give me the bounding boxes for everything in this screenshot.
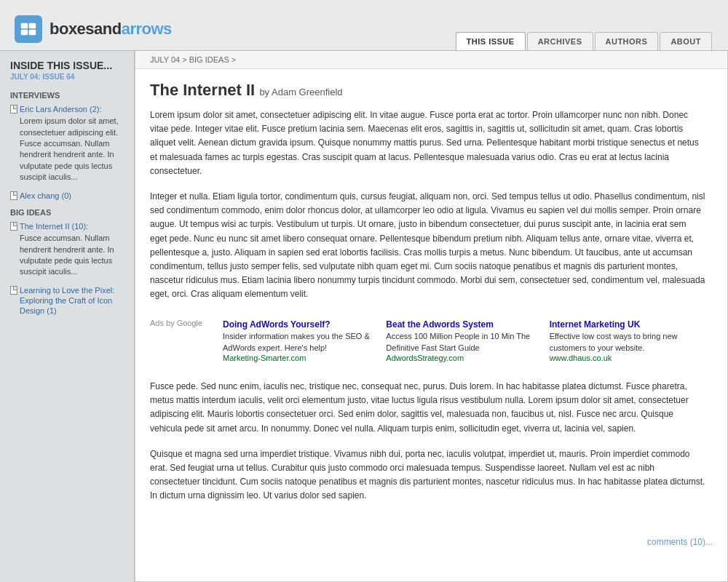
article-title: The Internet II by Adam Greenfield [150,81,705,100]
sidebar-item-eric-lars[interactable]: Eric Lars Anderson (2): [10,104,124,114]
article: The Internet II by Adam Greenfield Lorem… [135,69,727,530]
sidebar-item-eric-lars-desc: Lorem ipsum dolor sit amet, consectetuer… [20,116,124,183]
ad-url-3: www.dhaus.co.uk [550,354,698,362]
article-para-2: Integer et nulla. Etiam ligula tortor, c… [150,190,705,302]
sidebar-issue: JULY 04: ISSUE 64 [10,73,124,81]
sidebar: INSIDE THIS ISSUE... JULY 04: ISSUE 64 I… [0,51,135,582]
article-title-text: The Internet II [150,81,255,99]
ad-url-1: Marketing-Smarter.com [223,354,371,362]
sidebar-item-alex-chang[interactable]: Alex chang (0) [10,191,124,201]
svg-rect-2 [21,30,28,35]
page-icon [10,191,17,200]
sidebar-item-internet-ii[interactable]: The Internet II (10): [10,221,124,231]
content-area: JULY 04 > BIG IDEAS > The Internet II by… [135,51,728,582]
main-layout: INSIDE THIS ISSUE... JULY 04: ISSUE 64 I… [0,51,728,582]
sidebar-section-interviews: INTERVIEWS [10,91,124,100]
sidebar-item-icon-design[interactable]: Learning to Love the Pixel: Exploring th… [10,285,124,316]
header: boxesandarrows THIS ISSUE ARCHIVES AUTHO… [0,0,728,51]
breadcrumb: JULY 04 > BIG IDEAS > [135,51,727,69]
nav-tabs: THIS ISSUE ARCHIVES AUTHORS ABOUT [456,32,713,50]
ad-desc-2: Access 100 Million People in 10 Min The … [386,331,534,354]
sidebar-section-big-ideas: BIG IDEAS [10,208,124,217]
svg-rect-1 [29,23,36,28]
ads-container: Doing AdWords Yourself? Insider informat… [215,319,705,362]
article-para-4: Quisque et magna sed urna imperdiet tris… [150,447,705,503]
ad-desc-3: Effective low cost ways to bring new cus… [550,331,698,354]
list-item: The Internet II (10): Fusce accumsan. Nu… [10,221,124,278]
list-item: Eric Lars Anderson (2): Lorem ipsum dolo… [10,104,124,183]
tab-archives[interactable]: ARCHIVES [527,32,593,50]
logo-text-part2: arrows [122,20,172,38]
ad-item-1: Doing AdWords Yourself? Insider informat… [215,319,379,362]
list-item: Alex chang (0) [10,191,124,201]
sidebar-item-internet-ii-desc: Fusce accumsan. Nullam hendrerit hendrer… [20,233,124,278]
ad-title-2[interactable]: Beat the Adwords System [386,319,534,331]
logo-text-part1: boxesand [50,20,122,38]
article-byline: by Adam Greenfield [259,87,342,97]
ad-desc-1: Insider information makes you the SEO & … [223,331,371,354]
tab-authors[interactable]: AUTHORS [595,32,659,50]
ad-title-1[interactable]: Doing AdWords Yourself? [223,319,371,331]
svg-rect-3 [29,30,36,35]
page-icon [10,286,17,295]
article-para-1: Lorem ipsum dolor sit amet, consectetuer… [150,108,705,178]
article-para-3: Fusce pede. Sed nunc enim, iaculis nec, … [150,380,705,436]
page-icon [10,222,17,231]
list-item: Learning to Love the Pixel: Exploring th… [10,285,124,316]
ad-item-2: Beat the Adwords System Access 100 Milli… [379,319,542,362]
logo-text: boxesandarrows [50,20,172,39]
tab-about[interactable]: ABOUT [660,32,712,50]
ad-url-2: AdwordsStrategy.com [386,354,534,362]
page-icon [10,105,17,113]
ad-title-3[interactable]: Internet Marketing UK [550,319,698,331]
tab-this-issue[interactable]: THIS ISSUE [456,32,526,50]
sidebar-title: INSIDE THIS ISSUE... [10,60,124,71]
comments-link[interactable]: comments (10)... [135,530,727,554]
ad-item-3: Internet Marketing UK Effective low cost… [542,319,705,362]
ads-label: Ads by Google [150,319,202,327]
svg-rect-0 [21,23,28,28]
logo-icon [15,15,42,43]
ads-block: Ads by Google Doing AdWords Yourself? In… [150,313,705,368]
logo-area: boxesandarrows [15,15,172,50]
